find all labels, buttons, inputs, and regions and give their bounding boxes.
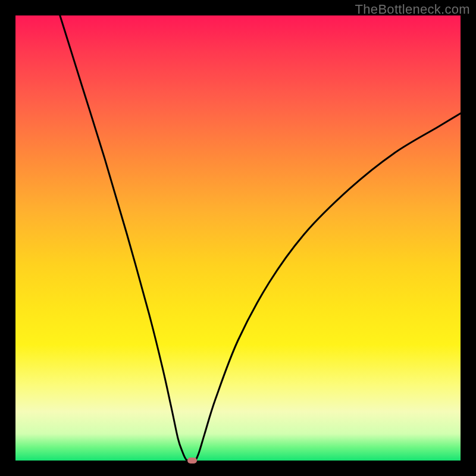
bottleneck-curve	[15, 15, 461, 461]
plot-area	[15, 15, 461, 461]
chart-frame: TheBottleneck.com	[0, 0, 476, 476]
minimum-marker	[187, 458, 197, 464]
curve-left-arm	[60, 15, 189, 461]
watermark-text: TheBottleneck.com	[355, 2, 470, 17]
curve-right-arm	[196, 114, 461, 461]
